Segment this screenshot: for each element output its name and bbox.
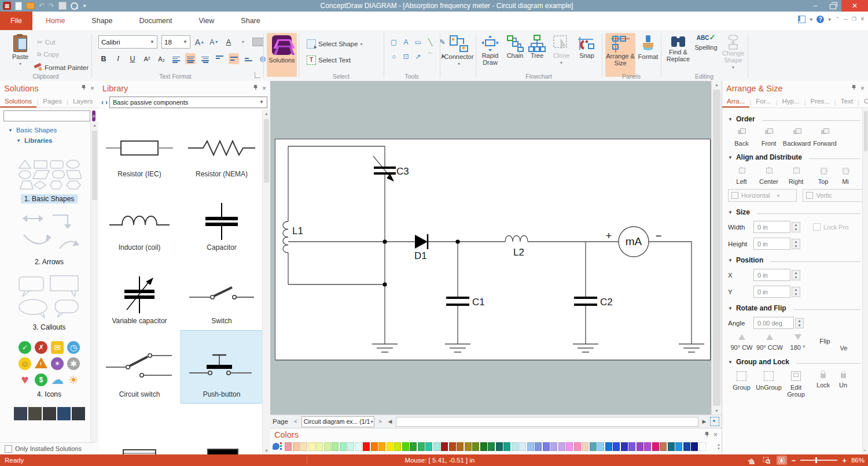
height-input[interactable]: 0 in bbox=[753, 238, 790, 250]
align-middle-button[interactable]: Mi bbox=[837, 167, 854, 185]
solutions-button[interactable]: Solutions bbox=[267, 33, 297, 77]
shrink-font-button[interactable]: A▼ bbox=[209, 36, 219, 47]
solution-item-basic-shapes[interactable]: 1. Basic Shapes bbox=[6, 159, 93, 204]
select-text-button[interactable]: TSelect Text bbox=[307, 56, 351, 65]
italic-button[interactable]: I bbox=[113, 53, 123, 64]
minimize-button[interactable]: ─ bbox=[807, 0, 824, 12]
zoom-mode-icon[interactable] bbox=[777, 456, 787, 465]
library-item-variable-capacitor[interactable]: Variable capacitor bbox=[98, 257, 181, 330]
color-swatch[interactable] bbox=[605, 442, 612, 451]
order-front-button[interactable]: Front bbox=[755, 128, 782, 147]
previous-page-icon[interactable]: < bbox=[292, 417, 300, 426]
color-swatch[interactable] bbox=[425, 442, 432, 451]
color-swatch[interactable] bbox=[394, 442, 401, 451]
line-tool-icon[interactable]: ╲ bbox=[425, 37, 435, 47]
valign-middle-button[interactable] bbox=[229, 53, 239, 64]
valign-bottom-button[interactable] bbox=[243, 53, 253, 64]
paste-button[interactable]: Paste ▾ bbox=[7, 34, 34, 68]
tab-custom[interactable]: Cust... bbox=[859, 97, 868, 108]
color-swatch[interactable] bbox=[371, 442, 378, 451]
pan-hand-icon[interactable] bbox=[746, 456, 757, 465]
grow-font-button[interactable]: A▲ bbox=[194, 36, 205, 47]
canvas-vertical-scrollbar[interactable]: ▲ ▼ bbox=[711, 81, 722, 415]
format-painter-button[interactable]: Format Painter bbox=[34, 64, 89, 72]
select-shape-button[interactable]: Select Shape▾ bbox=[307, 39, 362, 49]
document-page[interactable]: L1 C3 D1 C1 L2 C2 mA + − bbox=[275, 139, 711, 360]
cut-button[interactable]: ✂Cut bbox=[37, 38, 56, 46]
lock-button[interactable]: Lock bbox=[810, 371, 837, 398]
new-document-icon[interactable] bbox=[15, 2, 22, 10]
library-item-fuse-filled[interactable] bbox=[181, 404, 263, 454]
tab-file[interactable]: File bbox=[0, 12, 32, 30]
canvas[interactable]: L1 C3 D1 C1 L2 C2 mA + − ▲ ▼ bbox=[270, 81, 722, 415]
color-swatch[interactable] bbox=[597, 442, 604, 451]
restore-button[interactable] bbox=[824, 0, 841, 12]
y-spinner[interactable]: ▲▼ bbox=[792, 287, 800, 297]
align-right-button[interactable]: Right bbox=[782, 167, 810, 185]
align-center-button[interactable] bbox=[185, 53, 196, 64]
close-panel-icon[interactable]: × bbox=[713, 431, 718, 439]
open-file-icon[interactable] bbox=[26, 2, 35, 9]
clone-button[interactable]: Clone ▾ bbox=[550, 35, 573, 66]
doc-restore-icon[interactable]: ❐ bbox=[852, 16, 856, 22]
align-left-button[interactable]: Left bbox=[728, 167, 755, 185]
library-forward-icon[interactable]: › bbox=[105, 98, 108, 106]
next-page-icon[interactable]: > bbox=[376, 417, 384, 426]
zoom-area-icon[interactable] bbox=[762, 456, 772, 465]
chevron-down-icon[interactable]: ▾ bbox=[810, 16, 812, 23]
color-swatch[interactable] bbox=[300, 442, 307, 451]
pin-icon[interactable] bbox=[704, 432, 709, 438]
color-swatch[interactable] bbox=[699, 442, 706, 451]
color-swatch[interactable] bbox=[574, 442, 581, 451]
chevron-down-icon[interactable]: ▾ bbox=[828, 16, 831, 23]
font-color-button[interactable]: A bbox=[223, 36, 234, 47]
color-swatch[interactable] bbox=[590, 442, 597, 451]
tab-view[interactable]: View bbox=[185, 12, 227, 30]
tab-pages[interactable]: Pages bbox=[38, 97, 67, 108]
color-swatch[interactable] bbox=[293, 442, 300, 451]
tab-arrange[interactable]: Arra... bbox=[722, 97, 749, 108]
close-button[interactable]: ✕ bbox=[841, 0, 868, 12]
color-swatch[interactable] bbox=[652, 442, 659, 451]
tab-share[interactable]: Share bbox=[227, 12, 273, 30]
align-right-button[interactable] bbox=[200, 53, 210, 64]
scroll-left-icon[interactable]: ◀ bbox=[386, 417, 394, 426]
tree-item-libraries[interactable]: ▼Libraries bbox=[0, 135, 98, 145]
zoom-out-icon[interactable]: − bbox=[792, 456, 796, 465]
angle-spinner[interactable]: ▲▼ bbox=[795, 318, 804, 328]
ungroup-button[interactable]: UnGroup bbox=[755, 371, 782, 398]
zoom-slider[interactable] bbox=[800, 460, 837, 461]
redo-icon[interactable]: ↷ bbox=[49, 2, 54, 9]
rectangle-tool-icon[interactable]: ▢ bbox=[389, 37, 399, 47]
tab-hyperlink[interactable]: Hyp... bbox=[778, 97, 804, 108]
align-center-button[interactable]: Center bbox=[755, 167, 782, 185]
color-tools-icon[interactable] bbox=[273, 442, 282, 452]
color-swatch[interactable] bbox=[402, 442, 409, 451]
solution-item-arrows[interactable]: 2. Arrows bbox=[6, 212, 93, 267]
color-swatch[interactable] bbox=[512, 442, 518, 451]
undo-icon[interactable]: ↶ bbox=[39, 2, 45, 9]
ellipse-tool-icon[interactable]: ○ bbox=[389, 51, 399, 61]
color-swatch[interactable] bbox=[418, 442, 425, 451]
color-swatch[interactable] bbox=[558, 442, 565, 451]
unlock-button[interactable]: Un bbox=[837, 371, 849, 398]
print-preview-icon[interactable] bbox=[71, 2, 78, 10]
close-panel-icon[interactable]: × bbox=[90, 84, 94, 93]
library-item-circuit-switch[interactable]: Circuit switch bbox=[98, 330, 181, 404]
color-swatch[interactable] bbox=[668, 442, 675, 451]
scroll-up-icon[interactable]: ▲ bbox=[712, 81, 722, 88]
flip-button[interactable]: Flip bbox=[811, 334, 838, 352]
color-swatch[interactable] bbox=[660, 442, 667, 451]
rapid-draw-button[interactable]: Rapid Draw bbox=[478, 35, 502, 66]
text-format-dialog-launcher-icon[interactable] bbox=[255, 72, 260, 78]
color-swatch[interactable] bbox=[378, 442, 385, 451]
font-size-combo[interactable]: 18▼ bbox=[161, 35, 190, 49]
doc-close-icon[interactable]: × bbox=[860, 15, 865, 23]
color-swatch[interactable] bbox=[285, 442, 292, 451]
connector-button[interactable]: Connector ▾ bbox=[443, 35, 475, 68]
solution-item-preview-row[interactable] bbox=[0, 407, 98, 420]
color-swatch[interactable] bbox=[449, 442, 456, 451]
tab-layers[interactable]: Layers bbox=[68, 97, 98, 108]
library-dropdown[interactable]: Basic passive components▼ bbox=[109, 97, 267, 108]
highlight-button[interactable] bbox=[252, 38, 264, 46]
